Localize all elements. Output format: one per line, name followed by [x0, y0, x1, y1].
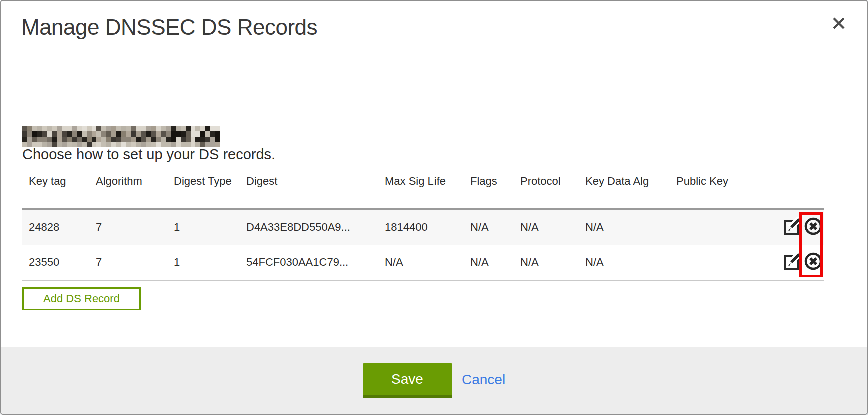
modal-footer: Save Cancel	[1, 348, 867, 414]
cell-max-sig-life: 1814400	[385, 209, 470, 245]
cell-public-key	[676, 245, 783, 280]
col-header-digest: Digest	[246, 170, 385, 209]
close-button[interactable]	[829, 14, 849, 34]
cancel-link[interactable]: Cancel	[462, 364, 505, 398]
col-header-max-sig-life: Max Sig Life	[385, 170, 470, 209]
cell-flags: N/A	[470, 245, 520, 280]
manage-dnssec-modal: Manage DNSSEC DS Records Choose how to s…	[0, 0, 868, 415]
table-header-row: Key tag Algorithm Digest Type Digest Max…	[22, 170, 824, 209]
edit-icon	[783, 218, 801, 237]
col-header-algorithm: Algorithm	[96, 170, 174, 209]
edit-icon	[783, 252, 801, 272]
ds-records-table: Key tag Algorithm Digest Type Digest Max…	[22, 170, 824, 281]
edit-record-button[interactable]	[783, 218, 801, 237]
cell-protocol: N/A	[520, 209, 585, 245]
delete-icon	[803, 216, 823, 238]
redacted-domain	[22, 126, 220, 147]
table-row: 23550 7 1 54FCF030AA1C79... N/A N/A N/A …	[22, 245, 824, 280]
cell-digest: D4A33E8DD550A9...	[246, 209, 385, 245]
delete-record-button[interactable]	[803, 216, 823, 238]
col-header-actions	[783, 170, 824, 209]
page-title: Manage DNSSEC DS Records	[21, 15, 317, 40]
col-header-protocol: Protocol	[520, 170, 585, 209]
cell-algorithm: 7	[96, 245, 174, 280]
cell-key-data-alg: N/A	[585, 245, 676, 280]
col-header-public-key: Public Key	[676, 170, 783, 209]
close-icon	[831, 16, 846, 32]
col-header-key-data-alg: Key Data Alg	[585, 170, 676, 209]
save-button[interactable]: Save	[363, 364, 452, 398]
delete-icon	[803, 252, 823, 273]
cell-digest-type: 1	[174, 245, 246, 280]
cell-max-sig-life: N/A	[385, 245, 470, 280]
col-header-digest-type: Digest Type	[174, 170, 246, 209]
instruction-text: Choose how to set up your DS records.	[22, 146, 275, 163]
delete-record-button[interactable]	[803, 252, 823, 273]
cell-key-tag: 24828	[22, 209, 96, 245]
cell-key-tag: 23550	[22, 245, 96, 280]
cell-protocol: N/A	[520, 245, 585, 280]
col-header-key-tag: Key tag	[22, 170, 96, 209]
cell-public-key	[676, 209, 783, 245]
cell-key-data-alg: N/A	[585, 209, 676, 245]
edit-record-button[interactable]	[783, 252, 801, 272]
add-ds-record-button[interactable]: Add DS Record	[22, 288, 141, 310]
cell-digest: 54FCF030AA1C79...	[246, 245, 385, 280]
cell-flags: N/A	[470, 209, 520, 245]
col-header-flags: Flags	[470, 170, 520, 209]
cell-digest-type: 1	[174, 209, 246, 245]
table-row: 24828 7 1 D4A33E8DD550A9... 1814400 N/A …	[22, 209, 824, 245]
cell-algorithm: 7	[96, 209, 174, 245]
